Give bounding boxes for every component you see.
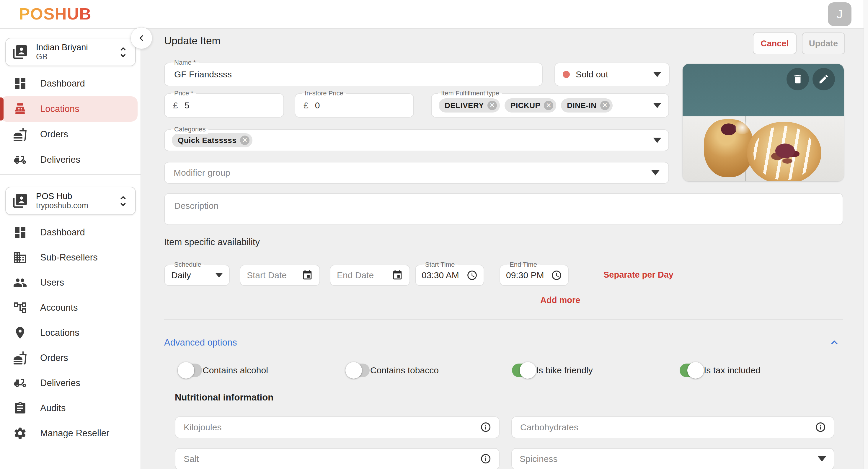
domain-icon <box>13 251 27 265</box>
separate-per-day-link[interactable]: Separate per Day <box>603 270 674 280</box>
end-time-field[interactable]: End Time 09:30 PM <box>500 265 569 286</box>
switch-account-icon <box>12 44 28 60</box>
close-icon[interactable]: ✕ <box>544 101 553 110</box>
restaurant-code: GB <box>36 52 88 61</box>
name-field[interactable]: Name * <box>164 63 542 86</box>
page-title: Update Item <box>164 35 221 47</box>
dropdown-caret-icon <box>653 103 661 108</box>
status-dot-icon <box>563 71 570 78</box>
carbohydrates-field[interactable] <box>512 416 834 438</box>
price-currency: £ <box>173 100 178 111</box>
categories-dropdown[interactable]: Categories Quick Eatsssss ✕ <box>164 129 669 151</box>
instore-price-field[interactable]: In-store Price £ 0 <box>294 93 414 118</box>
sidebar-item-sub-resellers[interactable]: Sub-Resellers <box>0 245 141 270</box>
description-field[interactable] <box>164 193 843 225</box>
sidebar-item-locations-2[interactable]: Locations <box>0 320 141 345</box>
edit-image-button[interactable] <box>812 68 835 90</box>
description-input[interactable] <box>174 200 834 219</box>
availability-title: Item specific availability <box>164 237 260 247</box>
salt-input[interactable] <box>183 453 480 464</box>
clock-icon[interactable] <box>466 270 478 281</box>
add-more-link[interactable]: Add more <box>540 295 580 305</box>
moped-icon <box>13 153 27 167</box>
toggle-contains-alcohol: Contains alcohol <box>178 361 268 379</box>
end-date-placeholder: End Date <box>337 270 374 280</box>
advanced-toggles: Contains alcohol Contains tobacco Is bik… <box>141 361 864 379</box>
close-icon[interactable]: ✕ <box>488 101 497 110</box>
sidebar-item-orders-2[interactable]: Orders <box>0 345 141 370</box>
dashboard-icon <box>13 225 27 239</box>
close-icon[interactable]: ✕ <box>600 101 610 110</box>
is-bike-friendly-switch[interactable] <box>512 363 535 377</box>
unfold-more-icon[interactable] <box>116 46 130 59</box>
spiciness-dropdown[interactable]: Spiciness <box>512 448 834 469</box>
sidebar-item-locations[interactable]: Locations <box>0 96 137 122</box>
restaurant-selector[interactable]: Indian Briyani GB <box>5 38 136 66</box>
clock-icon[interactable] <box>551 270 562 281</box>
update-item-panel: Update Item Cancel Update Name * Sold ou… <box>141 28 864 469</box>
is-tax-included-switch[interactable] <box>680 363 703 377</box>
close-icon[interactable]: ✕ <box>240 136 249 145</box>
sidebar-item-deliveries[interactable]: Deliveries <box>0 147 141 173</box>
sidebar-item-audits[interactable]: Audits <box>0 395 141 420</box>
sidebar: Indian Briyani GB Dashboard Locat <box>0 28 141 469</box>
cancel-button[interactable]: Cancel <box>753 32 797 54</box>
start-time-label: Start Time <box>422 260 458 269</box>
end-date-field[interactable]: End Date <box>330 265 410 286</box>
update-button[interactable]: Update <box>802 32 845 54</box>
top-bar: POSHUB J <box>0 0 868 29</box>
info-icon[interactable] <box>480 421 491 433</box>
modifier-group-dropdown[interactable]: Modifier group <box>164 162 669 184</box>
pastry-photo <box>747 122 822 181</box>
kilojoules-field[interactable] <box>175 416 500 438</box>
cash-register-icon <box>13 102 27 116</box>
sidebar-item-dashboard-2[interactable]: Dashboard <box>0 220 141 245</box>
item-image <box>683 64 844 181</box>
group-icon <box>13 275 27 290</box>
dropdown-caret-icon <box>653 72 661 77</box>
toggle-contains-tobacco: Contains tobacco <box>346 361 439 379</box>
start-date-placeholder: Start Date <box>247 270 287 280</box>
status-dropdown[interactable]: Sold out <box>554 63 670 86</box>
sidebar-item-accounts[interactable]: Accounts <box>0 295 141 320</box>
sidebar-item-dashboard[interactable]: Dashboard <box>0 71 141 96</box>
calendar-icon[interactable] <box>302 270 313 281</box>
pastry-photo <box>704 119 753 177</box>
delete-image-button[interactable] <box>786 68 809 90</box>
status-value: Sold out <box>576 69 608 80</box>
spiciness-placeholder: Spiciness <box>520 454 557 464</box>
info-icon[interactable] <box>480 453 491 465</box>
salt-field[interactable] <box>175 448 500 469</box>
advanced-options-toggle[interactable]: Advanced options <box>164 337 237 348</box>
sidebar-item-orders[interactable]: Orders <box>0 122 141 147</box>
avatar[interactable]: J <box>828 2 851 26</box>
contains-tobacco-switch[interactable] <box>346 363 370 377</box>
sidebar-item-users[interactable]: Users <box>0 270 141 295</box>
carbohydrates-input[interactable] <box>520 422 815 433</box>
unfold-more-icon[interactable] <box>116 194 130 208</box>
fulfillment-dropdown[interactable]: Item Fulfillment type DELIVERY ✕ PICKUP … <box>431 93 669 118</box>
sidebar-item-manage-reseller[interactable]: Manage Reseller <box>0 420 141 446</box>
price-field[interactable]: Price * £ 5 <box>164 93 284 118</box>
start-date-field[interactable]: Start Date <box>240 265 320 286</box>
toggle-is-tax-included: Is tax included <box>680 361 761 379</box>
dropdown-caret-icon <box>651 170 659 175</box>
info-icon[interactable] <box>815 421 826 433</box>
fastfood-icon <box>13 127 27 142</box>
chevron-up-icon[interactable] <box>828 336 841 349</box>
instore-price-value: 0 <box>315 100 320 111</box>
name-input[interactable] <box>174 69 533 80</box>
contains-alcohol-switch[interactable] <box>178 363 202 377</box>
dropdown-caret-icon <box>653 138 661 143</box>
schedule-dropdown[interactable]: Schedule Daily <box>164 265 230 286</box>
nutrition-title: Nutritional information <box>175 392 273 403</box>
start-time-field[interactable]: Start Time 03:30 AM <box>415 265 484 286</box>
instore-price-label: In-store Price <box>302 89 346 98</box>
end-time-label: End Time <box>507 260 540 269</box>
sidebar-item-deliveries-2[interactable]: Deliveries <box>0 370 141 395</box>
kilojoules-input[interactable] <box>183 422 480 433</box>
reseller-selector[interactable]: POS Hub tryposhub.com <box>5 187 136 215</box>
calendar-icon[interactable] <box>392 270 403 281</box>
end-time-value: 09:30 PM <box>506 270 544 280</box>
sidebar-collapse-button[interactable] <box>130 27 152 49</box>
